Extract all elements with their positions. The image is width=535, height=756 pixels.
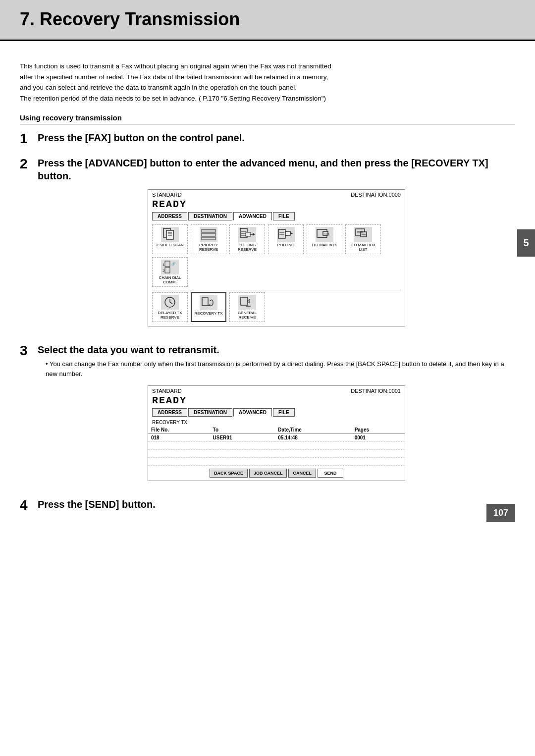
svg-rect-6 bbox=[202, 233, 215, 236]
step-3-content: Select the data you want to retransmit. … bbox=[38, 343, 515, 488]
step-4-text: Press the [SEND] button. bbox=[38, 498, 515, 511]
cell-fileno-3 bbox=[148, 450, 210, 458]
svg-rect-5 bbox=[202, 229, 215, 232]
icon-polling-reserve-label: POLLING RESERVE bbox=[231, 243, 264, 252]
table-row-2[interactable] bbox=[148, 442, 405, 450]
icon-chain-dial-label: CHAIN DIAL COMM. bbox=[154, 275, 186, 284]
icon-itu-mailbox-list[interactable]: ITU MAILBOX LIST bbox=[345, 224, 381, 254]
itu-mailbox-list-icon bbox=[354, 227, 372, 242]
svg-rect-37 bbox=[202, 298, 208, 306]
section-heading: Using recovery transmission bbox=[20, 113, 515, 124]
cell-to-4 bbox=[210, 458, 275, 466]
cell-datetime-3 bbox=[275, 450, 351, 458]
step-1-content: Press the [FAX] button on the control pa… bbox=[38, 131, 515, 144]
screen1-status: STANDARD DESTINATION:0000 bbox=[148, 190, 405, 198]
screen2-label: RECOVERY TX bbox=[148, 419, 405, 426]
recovery-tx-icon bbox=[200, 295, 217, 310]
step-1: 1 Press the [FAX] button on the control … bbox=[20, 131, 515, 147]
step-3: 3 Select the data you want to retransmit… bbox=[20, 343, 515, 488]
icon-2sided-scan-label: 2 SIDED SCAN bbox=[156, 243, 184, 247]
cell-datetime-4 bbox=[275, 458, 351, 466]
itu-mailbox-icon: 101 bbox=[316, 227, 333, 242]
screen2-status-right: DESTINATION:0001 bbox=[351, 388, 401, 394]
intro-line1: This function is used to transmit a Fax … bbox=[20, 61, 515, 72]
step-1-number: 1 bbox=[20, 131, 38, 147]
chain-dial-icon: 1 2 🔗 bbox=[161, 260, 179, 274]
screen1-tab-address[interactable]: ADDRESS bbox=[152, 212, 187, 220]
screen-mockup-2: STANDARD DESTINATION:0001 READY ADDRESS … bbox=[148, 385, 405, 481]
cell-pages-4 bbox=[352, 458, 405, 466]
col-header-to: To bbox=[210, 426, 275, 434]
step-2: 2 Press the [ADVANCED] button to enter t… bbox=[20, 157, 515, 333]
col-header-datetime: Date,Time bbox=[275, 426, 351, 434]
step-1-text: Press the [FAX] button on the control pa… bbox=[38, 131, 515, 144]
step-3-bullet: You can change the Fax number only when … bbox=[38, 359, 515, 378]
screen2-tabs: ADDRESS DESTINATION ADVANCED FILE bbox=[148, 408, 405, 417]
general-receive-icon bbox=[238, 295, 256, 310]
cancel-button[interactable]: CANCEL bbox=[288, 469, 316, 478]
svg-rect-7 bbox=[202, 237, 215, 240]
cell-fileno-1: 018 bbox=[148, 434, 210, 442]
step-3-text: Select the data you want to retransmit. bbox=[38, 343, 515, 356]
icon-general-receive[interactable]: GENERAL RECEIVE bbox=[229, 292, 265, 322]
send-button[interactable]: SEND bbox=[318, 469, 343, 478]
svg-rect-30 bbox=[165, 261, 170, 267]
icon-delayed-tx[interactable]: DELAYED TX RESERVE bbox=[152, 292, 188, 322]
cell-to-1: USER01 bbox=[210, 434, 275, 442]
2sided-scan-icon bbox=[161, 227, 179, 242]
step-2-number: 2 bbox=[20, 157, 38, 172]
screen1-tab-advanced[interactable]: ADVANCED bbox=[233, 212, 272, 220]
back-space-button[interactable]: BACK SPACE bbox=[210, 469, 248, 478]
svg-text:🔗: 🔗 bbox=[171, 262, 176, 266]
icon-polling-reserve[interactable]: POLLING RESERVE bbox=[229, 224, 265, 254]
cell-to-2 bbox=[210, 442, 275, 450]
chapter-tab: 5 bbox=[517, 229, 535, 257]
screen2-tab-file[interactable]: FILE bbox=[273, 408, 295, 417]
icon-chain-dial[interactable]: 1 2 🔗 CHAIN DIAL COMM. bbox=[152, 257, 188, 287]
screen1-status-right: DESTINATION:0000 bbox=[351, 192, 401, 198]
screen2-tab-destination[interactable]: DESTINATION bbox=[188, 408, 232, 417]
icon-recovery-tx-label: RECOVERY TX bbox=[195, 311, 223, 316]
screen1-icons-row2: DELAYED TX RESERVE RECOVERY TX bbox=[148, 291, 405, 323]
svg-rect-32 bbox=[165, 268, 170, 273]
col-header-fileno: File No. bbox=[148, 426, 210, 434]
cell-datetime-1: 05.14:48 bbox=[275, 434, 351, 442]
screen1-tab-file[interactable]: FILE bbox=[273, 212, 295, 220]
icon-itu-mailbox[interactable]: 101 ITU MAILBOX bbox=[307, 224, 342, 254]
screen2-table: File No. To Date,Time Pages 018 USER01 0… bbox=[148, 426, 405, 466]
cell-to-3 bbox=[210, 450, 275, 458]
screen1-divider bbox=[152, 290, 401, 290]
step-4-content: Press the [SEND] button. bbox=[38, 498, 515, 511]
icon-polling-label: POLLING bbox=[277, 243, 295, 247]
polling-icon bbox=[277, 227, 295, 242]
svg-text:1: 1 bbox=[162, 263, 165, 267]
icon-itu-mailbox-list-label: ITU MAILBOX LIST bbox=[347, 243, 379, 252]
icon-itu-mailbox-label: ITU MAILBOX bbox=[312, 243, 337, 247]
table-row-1[interactable]: 018 USER01 05.14:48 0001 bbox=[148, 434, 405, 442]
delayed-tx-icon bbox=[161, 295, 179, 310]
icon-priority-reserve-label: PRIORITY RESERVE bbox=[192, 243, 225, 252]
intro-line4: The retention period of the data needs t… bbox=[20, 93, 515, 104]
icon-2sided-scan[interactable]: 2 SIDED SCAN bbox=[152, 224, 188, 254]
screen2-status-left: STANDARD bbox=[152, 388, 182, 394]
svg-rect-1 bbox=[166, 230, 173, 239]
step-3-number: 3 bbox=[20, 343, 38, 359]
page-number-badge: 107 bbox=[486, 504, 515, 522]
svg-rect-39 bbox=[241, 297, 248, 305]
screen1-tab-destination[interactable]: DESTINATION bbox=[188, 212, 232, 220]
job-cancel-button[interactable]: JOB CANCEL bbox=[249, 469, 287, 478]
icon-priority-reserve[interactable]: PRIORITY RESERVE bbox=[191, 224, 226, 254]
table-row-3[interactable] bbox=[148, 450, 405, 458]
screen1-tabs: ADDRESS DESTINATION ADVANCED FILE bbox=[148, 212, 405, 220]
screen2-tab-advanced[interactable]: ADVANCED bbox=[233, 408, 272, 417]
icon-recovery-tx[interactable]: RECOVERY TX bbox=[191, 292, 226, 322]
screen2-tab-address[interactable]: ADDRESS bbox=[152, 408, 187, 417]
table-row-4[interactable] bbox=[148, 458, 405, 466]
screen2-status: STANDARD DESTINATION:0001 bbox=[148, 386, 405, 394]
cell-fileno-2 bbox=[148, 442, 210, 450]
svg-rect-15 bbox=[278, 229, 285, 238]
icon-polling[interactable]: POLLING bbox=[268, 224, 304, 254]
header-band: 7. Recovery Transmission bbox=[0, 0, 535, 40]
screen2-buttons: BACK SPACE JOB CANCEL CANCEL SEND bbox=[148, 466, 405, 481]
screen1-ready: READY bbox=[148, 198, 405, 212]
